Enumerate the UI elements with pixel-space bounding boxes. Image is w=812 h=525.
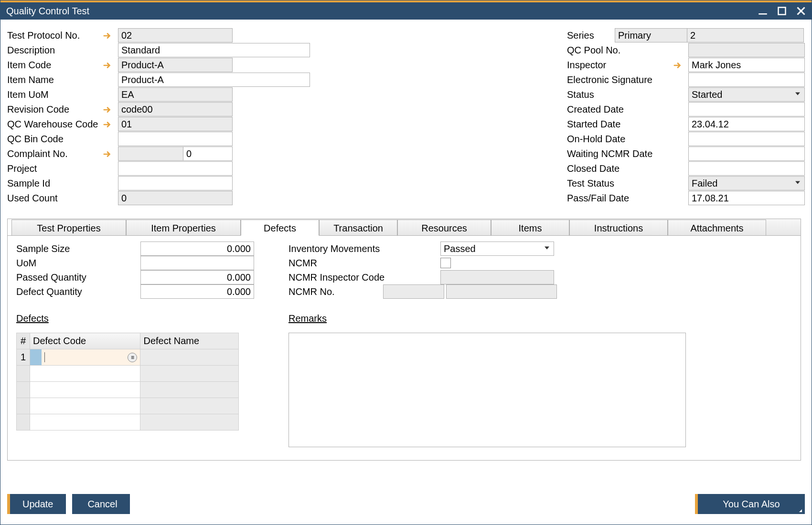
passfail-date-input[interactable] xyxy=(688,191,805,205)
qc-pool-no-label: QC Pool No. xyxy=(567,45,688,56)
remarks-section-title: Remarks xyxy=(288,313,690,324)
tab-instructions[interactable]: Instructions xyxy=(569,220,668,236)
sample-id-input[interactable] xyxy=(118,176,233,190)
status-select[interactable] xyxy=(688,87,805,102)
series-label: Series xyxy=(567,30,615,41)
waiting-ncmr-date-input[interactable] xyxy=(688,147,805,161)
defects-table-row[interactable] xyxy=(17,366,239,382)
sample-size-label: Sample Size xyxy=(16,243,140,254)
started-date-input[interactable] xyxy=(688,117,805,131)
link-arrow-icon[interactable] xyxy=(103,149,112,159)
test-status-select[interactable] xyxy=(688,176,805,190)
tab-body-defects: Sample Size UoM Passed Quantity Defect Q… xyxy=(8,235,801,460)
closed-date-input[interactable] xyxy=(688,161,805,176)
used-count-label: Used Count xyxy=(7,193,118,204)
item-uom-input[interactable] xyxy=(118,87,233,102)
tab-transaction[interactable]: Transaction xyxy=(319,220,397,236)
svg-rect-1 xyxy=(779,8,786,15)
inspector-input[interactable] xyxy=(688,58,805,72)
defects-table-row[interactable] xyxy=(17,382,239,398)
link-arrow-icon[interactable] xyxy=(103,105,112,115)
created-date-input[interactable] xyxy=(688,102,805,116)
defect-quantity-input[interactable] xyxy=(140,284,254,299)
defects-col-name[interactable]: Defect Name xyxy=(140,333,239,349)
picker-icon[interactable]: ≡ xyxy=(128,353,137,362)
qc-warehouse-code-input[interactable] xyxy=(118,117,233,131)
qc-bin-code-input[interactable] xyxy=(118,132,233,146)
qc-pool-no-input[interactable] xyxy=(688,43,805,57)
sample-size-input[interactable] xyxy=(140,242,254,256)
window-title: Quality Control Test xyxy=(6,6,89,17)
link-arrow-icon[interactable] xyxy=(103,61,112,70)
item-name-input[interactable] xyxy=(118,73,310,87)
maximize-button[interactable] xyxy=(777,6,787,16)
tab-defects[interactable]: Defects xyxy=(241,220,319,236)
defects-left-panel: Sample Size UoM Passed Quantity Defect Q… xyxy=(16,242,255,449)
description-input[interactable] xyxy=(118,43,310,57)
defects-table-row[interactable] xyxy=(17,414,239,430)
started-date-label: Started Date xyxy=(567,119,688,130)
series-input-1[interactable] xyxy=(615,28,687,42)
defects-right-panel: Inventory Movements NCMR NCMR Inspector … xyxy=(288,242,690,449)
qc-bin-code-label: QC Bin Code xyxy=(7,134,118,145)
onhold-date-label: On-Hold Date xyxy=(567,134,688,145)
cancel-button[interactable]: Cancel xyxy=(72,494,129,514)
created-date-label: Created Date xyxy=(567,104,688,115)
description-label: Description xyxy=(7,45,118,56)
ncmr-no-input-1[interactable] xyxy=(383,284,444,299)
ncmr-inspector-code-input[interactable] xyxy=(440,270,554,284)
tab-attachments[interactable]: Attachments xyxy=(668,220,766,236)
tab-strip: Test Properties Item Properties Defects … xyxy=(11,219,801,235)
close-button[interactable] xyxy=(796,6,806,16)
remarks-textarea[interactable] xyxy=(288,333,686,447)
complaint-no-input-2[interactable] xyxy=(183,147,233,161)
inventory-movements-label: Inventory Movements xyxy=(288,243,440,254)
ncmr-label: NCMR xyxy=(288,258,440,269)
minimize-button[interactable] xyxy=(758,6,768,16)
status-value[interactable] xyxy=(688,87,805,102)
defect-code-cell[interactable]: ≡ xyxy=(30,349,140,366)
uom-label: UoM xyxy=(16,258,140,269)
left-form-column: Test Protocol No. Description Item Code xyxy=(7,28,323,205)
complaint-no-input-1[interactable] xyxy=(118,147,183,161)
tab-container: Test Properties Item Properties Defects … xyxy=(7,219,801,461)
closed-date-label: Closed Date xyxy=(567,163,688,174)
defect-name-cell[interactable] xyxy=(140,349,239,366)
test-protocol-no-input[interactable] xyxy=(118,28,233,42)
content-area: Test Protocol No. Description Item Code xyxy=(0,20,812,525)
link-arrow-icon[interactable] xyxy=(103,120,112,129)
ncmr-no-label: NCMR No. xyxy=(288,286,383,297)
link-arrow-icon[interactable] xyxy=(103,31,112,41)
row-select-handle[interactable] xyxy=(30,349,42,365)
link-arrow-icon[interactable] xyxy=(673,61,683,70)
update-button[interactable]: Update xyxy=(7,494,66,514)
inventory-movements-value[interactable] xyxy=(440,242,554,256)
tab-resources[interactable]: Resources xyxy=(397,220,491,236)
defects-table-row[interactable]: 1 ≡ xyxy=(17,349,239,366)
uom-input[interactable] xyxy=(140,256,254,270)
ncmr-no-input-2[interactable] xyxy=(446,284,557,299)
defects-col-code[interactable]: Defect Code xyxy=(30,333,140,349)
defects-section-title: Defects xyxy=(16,313,255,324)
item-uom-label: Item UoM xyxy=(7,89,118,100)
used-count-input[interactable] xyxy=(118,191,233,205)
tab-item-properties[interactable]: Item Properties xyxy=(126,220,241,236)
tab-test-properties[interactable]: Test Properties xyxy=(11,220,126,236)
defects-table-row[interactable] xyxy=(17,398,239,414)
revision-code-input[interactable] xyxy=(118,102,233,116)
electronic-signature-input[interactable] xyxy=(688,73,805,87)
passed-quantity-input[interactable] xyxy=(140,270,254,284)
inventory-movements-select[interactable] xyxy=(440,242,554,256)
test-status-label: Test Status xyxy=(567,178,688,189)
defect-quantity-label: Defect Quantity xyxy=(16,286,140,297)
defects-col-hash[interactable]: # xyxy=(17,333,30,349)
you-can-also-button[interactable]: You Can Also xyxy=(695,494,805,514)
item-code-input[interactable] xyxy=(118,58,233,72)
tab-items[interactable]: Items xyxy=(491,220,569,236)
project-input[interactable] xyxy=(118,161,233,176)
series-input-2[interactable] xyxy=(687,28,804,42)
ncmr-checkbox[interactable] xyxy=(440,258,451,268)
test-status-value[interactable] xyxy=(688,176,805,190)
test-protocol-no-label: Test Protocol No. xyxy=(7,30,118,41)
onhold-date-input[interactable] xyxy=(688,132,805,146)
